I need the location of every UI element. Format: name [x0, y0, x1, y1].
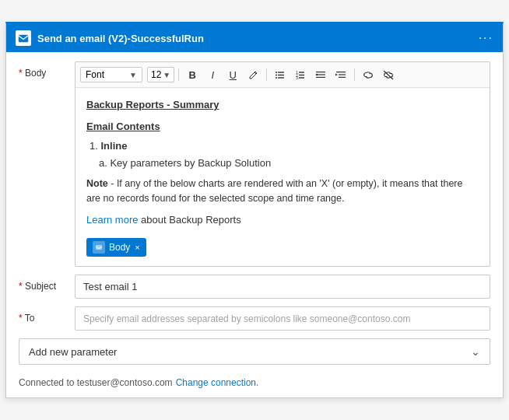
editor-subtitle: Email Contents [86, 119, 479, 135]
to-label: * To [19, 306, 75, 324]
body-tag-label: Body [109, 240, 130, 254]
pen-button[interactable] [244, 65, 262, 84]
inline-label: Inline [100, 140, 127, 152]
svg-rect-17 [336, 72, 346, 72]
body-required-star: * [19, 68, 23, 79]
svg-rect-18 [339, 74, 346, 75]
connected-text: Connected to testuser@contoso.com [19, 377, 173, 388]
svg-rect-0 [19, 35, 28, 42]
change-connection-link[interactable]: Change connection. [176, 377, 259, 388]
chevron-down-icon: ⌄ [471, 345, 480, 358]
unlink-button[interactable] [379, 65, 398, 84]
svg-rect-4 [278, 74, 284, 75]
editor-list: 1. Inline a. Key parameters by Backup So… [90, 138, 479, 170]
svg-rect-8 [299, 72, 304, 72]
font-size-arrow: ▼ [163, 71, 170, 79]
svg-point-5 [276, 77, 277, 79]
body-field-content: Font ▼ 12 ▼ B I U [75, 61, 490, 267]
list-item-1: 1. Inline [90, 138, 479, 154]
editor-container: Font ▼ 12 ▼ B I U [75, 61, 490, 267]
body-tag-icon [93, 241, 105, 254]
svg-text:3.: 3. [296, 75, 299, 80]
list-item-1a: a. Key parameters by Backup Solution [99, 156, 479, 171]
svg-rect-10 [299, 74, 304, 75]
italic-button[interactable]: I [203, 65, 222, 84]
footer-row: Connected to testuser@contoso.com Change… [19, 373, 490, 390]
svg-rect-15 [316, 76, 325, 77]
body-label: * Body [19, 61, 75, 79]
indent-increase-button[interactable] [332, 65, 350, 84]
toolbar-sep-2 [266, 68, 267, 81]
bold-button[interactable]: B [183, 65, 202, 84]
ordered-list-button[interactable]: 1.2.3. [291, 65, 310, 84]
body-dynamic-tag[interactable]: Body × [86, 238, 146, 257]
card-title: Send an email (V2)-SuccessfulRun [37, 33, 479, 44]
underline-button[interactable]: U [223, 65, 242, 84]
font-selector[interactable]: Font ▼ [80, 67, 142, 82]
svg-rect-12 [299, 77, 304, 78]
svg-rect-2 [278, 72, 284, 72]
font-dropdown-arrow: ▼ [129, 71, 137, 79]
toolbar-sep-3 [354, 68, 355, 81]
font-name-label: Font [86, 69, 104, 80]
svg-point-3 [276, 74, 277, 75]
add-parameter-label: Add new parameter [29, 346, 471, 358]
body-field-row: * Body Font ▼ 12 ▼ B [19, 61, 490, 267]
svg-rect-13 [316, 72, 325, 72]
subject-input[interactable] [75, 275, 490, 299]
learn-more-link[interactable]: Learn more [86, 214, 138, 226]
indent-decrease-button[interactable] [311, 65, 330, 84]
list-number: 1. [90, 140, 100, 152]
svg-marker-16 [315, 73, 318, 75]
subject-field-row: * Subject [19, 275, 490, 299]
svg-marker-20 [335, 73, 338, 75]
to-input[interactable] [75, 306, 490, 331]
learn-more-line: Learn more about Backup Reports [86, 212, 479, 228]
editor-main-title: Backup Reports - Summary [86, 97, 479, 113]
svg-rect-19 [339, 76, 346, 77]
add-parameter-row[interactable]: Add new parameter ⌄ [19, 338, 490, 365]
toolbar-sep-1 [178, 68, 179, 81]
editor-body[interactable]: Backup Reports - Summary Email Contents … [75, 88, 490, 266]
unordered-list-button[interactable] [271, 65, 290, 84]
svg-point-1 [276, 72, 277, 73]
link-button[interactable] [359, 65, 377, 84]
svg-rect-6 [278, 77, 284, 78]
subject-label: * Subject [19, 275, 75, 292]
font-size-selector[interactable]: 12 ▼ [147, 67, 174, 82]
note-bold: Note [86, 178, 108, 189]
body-tag-close-button[interactable]: × [135, 241, 139, 254]
editor-note: Note - If any of the below charts are re… [86, 177, 479, 206]
card-body: * Body Font ▼ 12 ▼ B [6, 52, 503, 397]
more-options-button[interactable]: ··· [479, 31, 493, 45]
to-field-row: * To [19, 306, 490, 331]
to-field-content [75, 306, 490, 331]
body-tag-container: Body × [86, 233, 479, 257]
to-required-star: * [19, 313, 23, 324]
email-card: Send an email (V2)-SuccessfulRun ··· * B… [5, 22, 504, 398]
email-icon [16, 30, 31, 46]
font-size-label: 12 [151, 69, 161, 80]
subject-required-star: * [19, 281, 23, 292]
editor-toolbar: Font ▼ 12 ▼ B I U [75, 62, 490, 88]
card-header: Send an email (V2)-SuccessfulRun ··· [6, 24, 503, 52]
note-text: - If any of the below charts are rendere… [86, 178, 462, 204]
learn-more-after: about Backup Reports [138, 214, 240, 226]
subject-field-content [75, 275, 490, 299]
